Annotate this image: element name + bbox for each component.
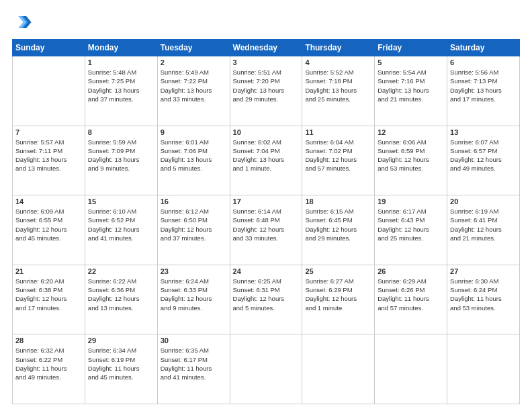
day-header-sunday: Sunday	[13, 40, 85, 56]
cell-info: Sunrise: 5:48 AM Sunset: 7:25 PM Dayligh…	[88, 68, 154, 103]
cell-info: Sunrise: 6:01 AM Sunset: 7:06 PM Dayligh…	[161, 138, 227, 173]
day-number: 11	[305, 128, 371, 136]
calendar-cell: 23Sunrise: 6:24 AM Sunset: 6:33 PM Dayli…	[157, 265, 230, 334]
day-number: 29	[88, 336, 154, 345]
day-number: 27	[450, 267, 517, 275]
logo-icon	[12, 12, 32, 32]
day-number: 2	[161, 58, 227, 66]
day-header-monday: Monday	[85, 40, 157, 56]
cell-info: Sunrise: 6:06 AM Sunset: 6:59 PM Dayligh…	[378, 138, 444, 173]
day-number: 22	[88, 267, 154, 275]
day-number: 24	[233, 267, 300, 275]
calendar-header-row: SundayMondayTuesdayWednesdayThursdayFrid…	[13, 40, 520, 56]
day-number: 10	[233, 128, 300, 136]
calendar-cell: 28Sunrise: 6:32 AM Sunset: 6:22 PM Dayli…	[13, 334, 85, 404]
calendar-cell: 14Sunrise: 6:09 AM Sunset: 6:55 PM Dayli…	[13, 195, 85, 265]
day-number: 26	[378, 267, 444, 275]
day-number: 21	[15, 267, 82, 275]
calendar-cell: 19Sunrise: 6:17 AM Sunset: 6:43 PM Dayli…	[375, 195, 447, 265]
day-number: 9	[161, 128, 227, 136]
calendar-cell: 15Sunrise: 6:10 AM Sunset: 6:52 PM Dayli…	[85, 195, 157, 265]
day-number: 17	[233, 197, 300, 205]
calendar-week-2: 7Sunrise: 5:57 AM Sunset: 7:11 PM Daylig…	[13, 126, 520, 195]
day-number: 1	[88, 58, 154, 66]
cell-info: Sunrise: 6:25 AM Sunset: 6:31 PM Dayligh…	[233, 277, 300, 312]
calendar-cell: 10Sunrise: 6:02 AM Sunset: 7:04 PM Dayli…	[230, 126, 302, 195]
cell-info: Sunrise: 6:04 AM Sunset: 7:02 PM Dayligh…	[305, 138, 371, 173]
calendar-cell	[302, 334, 375, 404]
day-header-wednesday: Wednesday	[230, 40, 302, 56]
day-header-saturday: Saturday	[447, 40, 520, 56]
calendar-table: SundayMondayTuesdayWednesdayThursdayFrid…	[12, 39, 520, 404]
day-number: 23	[161, 267, 227, 275]
cell-info: Sunrise: 6:02 AM Sunset: 7:04 PM Dayligh…	[233, 138, 300, 173]
calendar-cell: 16Sunrise: 6:12 AM Sunset: 6:50 PM Dayli…	[157, 195, 230, 265]
calendar-week-1: 1Sunrise: 5:48 AM Sunset: 7:25 PM Daylig…	[13, 56, 520, 126]
day-number: 5	[378, 58, 444, 66]
calendar-cell: 6Sunrise: 5:56 AM Sunset: 7:13 PM Daylig…	[447, 56, 520, 126]
day-number: 25	[305, 267, 371, 275]
cell-info: Sunrise: 6:34 AM Sunset: 6:19 PM Dayligh…	[88, 346, 154, 381]
cell-info: Sunrise: 6:35 AM Sunset: 6:17 PM Dayligh…	[161, 346, 227, 381]
calendar-cell: 2Sunrise: 5:49 AM Sunset: 7:22 PM Daylig…	[157, 56, 230, 126]
cell-info: Sunrise: 6:10 AM Sunset: 6:52 PM Dayligh…	[88, 207, 154, 242]
calendar-week-4: 21Sunrise: 6:20 AM Sunset: 6:38 PM Dayli…	[13, 265, 520, 334]
day-header-friday: Friday	[375, 40, 447, 56]
calendar-cell: 17Sunrise: 6:14 AM Sunset: 6:48 PM Dayli…	[230, 195, 302, 265]
cell-info: Sunrise: 5:49 AM Sunset: 7:22 PM Dayligh…	[161, 68, 227, 103]
day-number: 28	[15, 336, 82, 345]
day-number: 18	[305, 197, 371, 205]
day-number: 13	[450, 128, 517, 136]
cell-info: Sunrise: 5:59 AM Sunset: 7:09 PM Dayligh…	[88, 138, 154, 173]
day-number: 8	[88, 128, 154, 136]
calendar-cell	[230, 334, 302, 404]
cell-info: Sunrise: 6:19 AM Sunset: 6:41 PM Dayligh…	[450, 207, 517, 242]
day-number: 30	[161, 336, 227, 345]
day-header-thursday: Thursday	[302, 40, 375, 56]
day-header-tuesday: Tuesday	[157, 40, 230, 56]
cell-info: Sunrise: 6:24 AM Sunset: 6:33 PM Dayligh…	[161, 277, 227, 312]
page: SundayMondayTuesdayWednesdayThursdayFrid…	[0, 0, 532, 411]
cell-info: Sunrise: 6:27 AM Sunset: 6:29 PM Dayligh…	[305, 277, 371, 312]
logo	[12, 12, 34, 32]
calendar-week-5: 28Sunrise: 6:32 AM Sunset: 6:22 PM Dayli…	[13, 334, 520, 404]
day-number: 20	[450, 197, 517, 205]
cell-info: Sunrise: 6:30 AM Sunset: 6:24 PM Dayligh…	[450, 277, 517, 312]
cell-info: Sunrise: 6:29 AM Sunset: 6:26 PM Dayligh…	[378, 277, 444, 312]
calendar-cell: 20Sunrise: 6:19 AM Sunset: 6:41 PM Dayli…	[447, 195, 520, 265]
calendar-cell: 12Sunrise: 6:06 AM Sunset: 6:59 PM Dayli…	[375, 126, 447, 195]
cell-info: Sunrise: 5:54 AM Sunset: 7:16 PM Dayligh…	[378, 68, 444, 103]
day-number: 15	[88, 197, 154, 205]
calendar-cell: 26Sunrise: 6:29 AM Sunset: 6:26 PM Dayli…	[375, 265, 447, 334]
calendar-cell: 30Sunrise: 6:35 AM Sunset: 6:17 PM Dayli…	[157, 334, 230, 404]
cell-info: Sunrise: 5:57 AM Sunset: 7:11 PM Dayligh…	[15, 138, 82, 173]
calendar-cell: 21Sunrise: 6:20 AM Sunset: 6:38 PM Dayli…	[13, 265, 85, 334]
calendar-cell: 11Sunrise: 6:04 AM Sunset: 7:02 PM Dayli…	[302, 126, 375, 195]
cell-info: Sunrise: 6:09 AM Sunset: 6:55 PM Dayligh…	[15, 207, 82, 242]
calendar-cell: 5Sunrise: 5:54 AM Sunset: 7:16 PM Daylig…	[375, 56, 447, 126]
cell-info: Sunrise: 6:15 AM Sunset: 6:45 PM Dayligh…	[305, 207, 371, 242]
calendar-cell: 7Sunrise: 5:57 AM Sunset: 7:11 PM Daylig…	[13, 126, 85, 195]
day-number: 7	[15, 128, 82, 136]
calendar-cell: 9Sunrise: 6:01 AM Sunset: 7:06 PM Daylig…	[157, 126, 230, 195]
cell-info: Sunrise: 6:22 AM Sunset: 6:36 PM Dayligh…	[88, 277, 154, 312]
cell-info: Sunrise: 5:51 AM Sunset: 7:20 PM Dayligh…	[233, 68, 300, 103]
day-number: 4	[305, 58, 371, 66]
calendar-cell: 18Sunrise: 6:15 AM Sunset: 6:45 PM Dayli…	[302, 195, 375, 265]
day-number: 14	[15, 197, 82, 205]
day-number: 3	[233, 58, 300, 66]
calendar-cell	[447, 334, 520, 404]
cell-info: Sunrise: 6:17 AM Sunset: 6:43 PM Dayligh…	[378, 207, 444, 242]
calendar-cell: 8Sunrise: 5:59 AM Sunset: 7:09 PM Daylig…	[85, 126, 157, 195]
calendar-cell: 25Sunrise: 6:27 AM Sunset: 6:29 PM Dayli…	[302, 265, 375, 334]
calendar-cell	[375, 334, 447, 404]
calendar-cell: 13Sunrise: 6:07 AM Sunset: 6:57 PM Dayli…	[447, 126, 520, 195]
calendar-cell: 1Sunrise: 5:48 AM Sunset: 7:25 PM Daylig…	[85, 56, 157, 126]
calendar-week-3: 14Sunrise: 6:09 AM Sunset: 6:55 PM Dayli…	[13, 195, 520, 265]
day-number: 12	[378, 128, 444, 136]
cell-info: Sunrise: 5:56 AM Sunset: 7:13 PM Dayligh…	[450, 68, 517, 103]
cell-info: Sunrise: 5:52 AM Sunset: 7:18 PM Dayligh…	[305, 68, 371, 103]
cell-info: Sunrise: 6:20 AM Sunset: 6:38 PM Dayligh…	[15, 277, 82, 312]
calendar-cell	[13, 56, 85, 126]
calendar-cell: 29Sunrise: 6:34 AM Sunset: 6:19 PM Dayli…	[85, 334, 157, 404]
